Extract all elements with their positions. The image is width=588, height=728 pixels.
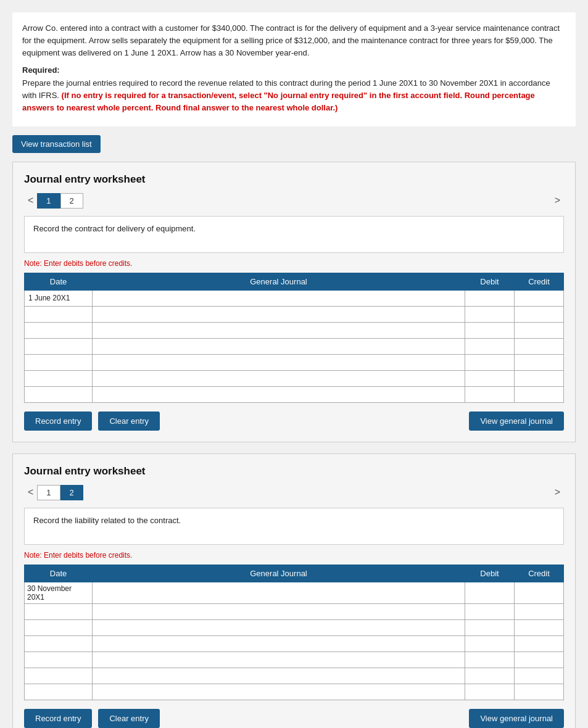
debit-cell-w2-6[interactable] [465,668,515,684]
date-cell-w2-6 [25,668,93,684]
clear-entry-button-1[interactable]: Clear entry [98,412,160,431]
debit-input-w2-4[interactable] [465,636,514,651]
credit-input-w2-1[interactable] [515,582,563,603]
gj-input-w2-3[interactable] [93,620,465,635]
gj-cell-w2-2[interactable] [93,603,465,619]
credit-cell-w2-4[interactable] [515,635,564,651]
worksheet-1-next[interactable]: > [551,194,564,207]
debit-input-w2-3[interactable] [465,620,514,635]
gj-input-6[interactable] [93,371,465,386]
credit-input-1[interactable] [515,291,563,306]
credit-cell-7[interactable] [515,386,564,402]
gj-cell-w2-3[interactable] [93,619,465,635]
gj-cell-w2-4[interactable] [93,635,465,651]
credit-input-w2-5[interactable] [515,652,563,668]
gj-input-w2-6[interactable] [93,668,465,684]
debit-cell-w2-4[interactable] [465,635,515,651]
credit-input-7[interactable] [515,387,563,402]
view-transaction-button[interactable]: View transaction list [12,135,101,153]
gj-cell-w2-6[interactable] [93,668,465,684]
worksheet-2-tab-1[interactable]: 1 [37,485,60,500]
debit-cell-w2-3[interactable] [465,619,515,635]
gj-input-w2-1[interactable] [93,582,465,603]
gj-cell-4[interactable] [93,338,465,354]
debit-cell-1[interactable] [465,290,515,306]
gj-cell-6[interactable] [93,370,465,386]
credit-cell-1[interactable] [515,290,564,306]
gj-cell-w2-7[interactable] [93,684,465,700]
debit-cell-w2-2[interactable] [465,603,515,619]
debit-input-6[interactable] [465,371,514,386]
gj-cell-5[interactable] [93,354,465,370]
credit-cell-w2-2[interactable] [515,603,564,619]
view-general-journal-button-2[interactable]: View general journal [469,709,564,728]
gj-input-4[interactable] [93,339,465,354]
record-entry-button-1[interactable]: Record entry [24,412,92,431]
gj-input-2[interactable] [93,307,465,322]
debit-input-w2-2[interactable] [465,604,514,619]
worksheet-1-tab-1[interactable]: 1 [37,193,60,209]
gj-cell-w2-1[interactable] [93,582,465,603]
worksheet-1-prev[interactable]: < [24,194,37,207]
debit-cell-6[interactable] [465,370,515,386]
credit-cell-w2-3[interactable] [515,619,564,635]
gj-input-w2-2[interactable] [93,604,465,619]
debit-input-w2-7[interactable] [465,684,514,700]
credit-input-w2-6[interactable] [515,668,563,684]
credit-input-w2-7[interactable] [515,684,563,700]
debit-cell-7[interactable] [465,386,515,402]
credit-cell-w2-7[interactable] [515,684,564,700]
gj-cell-w2-5[interactable] [93,651,465,668]
credit-cell-w2-6[interactable] [515,668,564,684]
debit-cell-2[interactable] [465,306,515,322]
worksheet-2-tab-2[interactable]: 2 [60,485,83,500]
credit-cell-5[interactable] [515,354,564,370]
gj-input-3[interactable] [93,323,465,338]
debit-input-w2-1[interactable] [465,582,514,603]
gj-cell-3[interactable] [93,322,465,338]
gj-input-w2-5[interactable] [93,652,465,668]
gj-input-7[interactable] [93,387,465,402]
debit-input-w2-6[interactable] [465,668,514,684]
debit-input-w2-5[interactable] [465,652,514,668]
debit-input-3[interactable] [465,323,514,338]
gj-cell-2[interactable] [93,306,465,322]
debit-input-7[interactable] [465,387,514,402]
credit-cell-4[interactable] [515,338,564,354]
gj-cell-7[interactable] [93,386,465,402]
credit-input-w2-4[interactable] [515,636,563,651]
credit-cell-2[interactable] [515,306,564,322]
worksheet-2-prev[interactable]: < [24,486,37,499]
debit-input-5[interactable] [465,355,514,370]
gj-input-w2-7[interactable] [93,684,465,700]
clear-entry-button-2[interactable]: Clear entry [98,709,160,728]
debit-cell-4[interactable] [465,338,515,354]
credit-input-3[interactable] [515,323,563,338]
gj-cell-1[interactable] [93,290,465,306]
worksheet-2-next[interactable]: > [551,486,564,499]
view-general-journal-button-1[interactable]: View general journal [469,412,564,431]
debit-cell-5[interactable] [465,354,515,370]
credit-input-6[interactable] [515,371,563,386]
credit-input-5[interactable] [515,355,563,370]
credit-input-2[interactable] [515,307,563,322]
debit-cell-3[interactable] [465,322,515,338]
credit-cell-6[interactable] [515,370,564,386]
debit-cell-w2-5[interactable] [465,651,515,668]
credit-cell-w2-1[interactable] [515,582,564,603]
gj-input-1[interactable] [93,291,465,306]
debit-input-2[interactable] [465,307,514,322]
debit-input-4[interactable] [465,339,514,354]
debit-cell-w2-7[interactable] [465,684,515,700]
credit-input-w2-2[interactable] [515,604,563,619]
gj-input-5[interactable] [93,355,465,370]
credit-input-4[interactable] [515,339,563,354]
record-entry-button-2[interactable]: Record entry [24,709,92,728]
debit-input-1[interactable] [465,291,514,306]
credit-cell-3[interactable] [515,322,564,338]
credit-input-w2-3[interactable] [515,620,563,635]
credit-cell-w2-5[interactable] [515,651,564,668]
debit-cell-w2-1[interactable] [465,582,515,603]
worksheet-1-tab-2[interactable]: 2 [60,193,83,209]
gj-input-w2-4[interactable] [93,636,465,651]
